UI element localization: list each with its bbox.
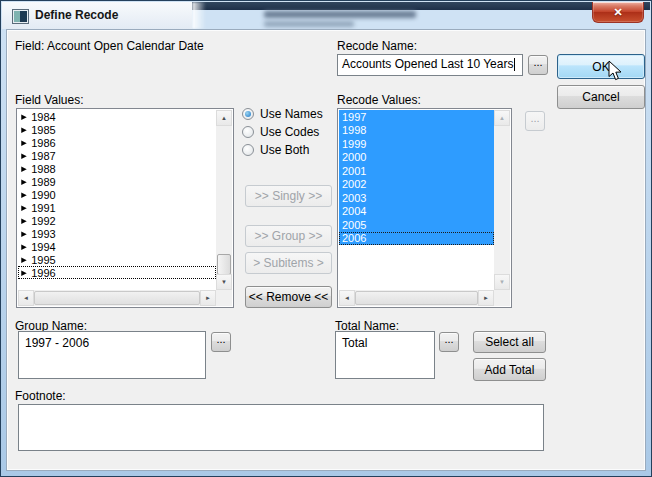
total-name-input[interactable]: Total	[335, 331, 435, 379]
total-name-value: Total	[342, 336, 367, 350]
recode-name-browse-button[interactable]: ...	[528, 55, 548, 75]
recode-name-input[interactable]: Accounts Opened Last 10 Years	[337, 54, 523, 76]
list-item[interactable]: ▶1991	[18, 201, 216, 214]
scroll-left-icon[interactable]: ◄	[18, 290, 34, 306]
radio-use-codes[interactable]: Use Codes	[242, 125, 319, 139]
background-blurred-text	[264, 11, 416, 18]
recode-values-label: Recode Values:	[337, 93, 421, 107]
list-item-label: 2002	[342, 178, 366, 190]
list-item[interactable]: ▶1995	[18, 253, 216, 266]
list-item-label: 1990	[31, 189, 55, 201]
field-values-label: Field Values:	[15, 93, 83, 107]
remove-button[interactable]: << Remove <<	[245, 286, 332, 308]
title-bar[interactable]: Define Recode ✕	[2, 2, 650, 29]
list-item-label: 1986	[31, 137, 55, 149]
list-item[interactable]: 1998	[339, 124, 494, 138]
recode-values-browse-button[interactable]: ...	[525, 111, 545, 131]
list-item-label: 2004	[342, 205, 366, 217]
list-item[interactable]: ▶1994	[18, 240, 216, 253]
list-item[interactable]: ▶1984	[18, 110, 216, 123]
radio-label: Use Both	[260, 143, 309, 157]
group-button[interactable]: >> Group >>	[245, 225, 332, 247]
list-item-label: 1994	[31, 241, 55, 253]
group-name-value: 1997 - 2006	[25, 336, 89, 350]
radio-use-names[interactable]: Use Names	[242, 107, 323, 121]
scroll-right-icon[interactable]: ►	[200, 290, 216, 306]
radio-label: Use Names	[260, 107, 323, 121]
cancel-button[interactable]: Cancel	[557, 85, 645, 109]
list-item[interactable]: 1999	[339, 137, 494, 151]
scrollbar-corner	[494, 290, 510, 306]
list-item[interactable]: ▶1993	[18, 227, 216, 240]
list-item-label: 1998	[342, 124, 366, 136]
add-total-button[interactable]: Add Total	[473, 358, 546, 381]
recode-values-list[interactable]: 1997199819992000200120022003200420052006…	[337, 108, 512, 308]
scrollbar-thumb[interactable]	[217, 254, 231, 275]
radio-button-icon[interactable]	[242, 126, 254, 138]
text-caret	[514, 58, 515, 71]
scroll-up-icon[interactable]: ▲	[494, 110, 510, 126]
footnote-label: Footnote:	[15, 389, 66, 403]
list-item-label: 2001	[342, 165, 366, 177]
scroll-down-icon[interactable]: ▼	[494, 274, 510, 290]
item-arrow-icon: ▶	[21, 191, 27, 198]
field-values-hscrollbar[interactable]: ◄ ►	[18, 290, 216, 306]
list-item-label: 1992	[31, 215, 55, 227]
list-item[interactable]: 2001	[339, 164, 494, 178]
group-name-browse-button[interactable]: ...	[211, 332, 231, 352]
item-arrow-icon: ▶	[21, 152, 27, 159]
background-window-body	[192, 10, 650, 29]
background-window	[192, 2, 650, 29]
item-arrow-icon: ▶	[21, 204, 27, 211]
field-values-list[interactable]: ▶1984▶1985▶1986▶1987▶1988▶1989▶1990▶1991…	[16, 108, 234, 308]
list-item-label: 1984	[31, 111, 55, 123]
footnote-input[interactable]	[18, 404, 544, 451]
list-item[interactable]: ▶1996	[18, 266, 216, 279]
list-item-label: 1985	[31, 124, 55, 136]
field-values-vscrollbar[interactable]: ▲ ▼	[216, 110, 232, 290]
radio-button-icon[interactable]	[242, 108, 254, 120]
scroll-right-icon[interactable]: ►	[478, 290, 494, 306]
background-window-titlebar	[192, 2, 650, 10]
item-arrow-icon: ▶	[21, 256, 27, 263]
list-item[interactable]: ▶1987	[18, 149, 216, 162]
list-item[interactable]: 1997	[339, 110, 494, 124]
recode-name-value: Accounts Opened Last 10 Years	[342, 57, 513, 71]
scrollbar-thumb[interactable]	[355, 291, 478, 305]
list-item[interactable]: ▶1989	[18, 175, 216, 188]
list-item[interactable]: ▶1992	[18, 214, 216, 227]
total-name-browse-button[interactable]: ...	[439, 332, 459, 352]
recode-values-vscrollbar[interactable]: ▲ ▼	[494, 110, 510, 290]
list-item[interactable]: 2004	[339, 205, 494, 219]
list-item[interactable]: ▶1986	[18, 136, 216, 149]
subitems-button[interactable]: > Subitems >	[245, 252, 332, 274]
field-values-items: ▶1984▶1985▶1986▶1987▶1988▶1989▶1990▶1991…	[18, 110, 216, 290]
list-item[interactable]: ▶1985	[18, 123, 216, 136]
list-item-label: 1995	[31, 254, 55, 266]
scroll-down-icon[interactable]: ▼	[216, 274, 232, 290]
scroll-left-icon[interactable]: ◄	[339, 290, 355, 306]
singly-button[interactable]: >> Singly >>	[245, 185, 332, 207]
radio-button-icon[interactable]	[242, 144, 254, 156]
list-item[interactable]: 2000	[339, 151, 494, 165]
group-name-input[interactable]: 1997 - 2006	[18, 331, 206, 379]
list-item[interactable]: 2006	[339, 232, 494, 246]
list-item[interactable]: 2003	[339, 191, 494, 205]
item-arrow-icon: ▶	[21, 230, 27, 237]
background-window-edge	[192, 2, 206, 29]
list-item[interactable]: ▶1990	[18, 188, 216, 201]
radio-use-both[interactable]: Use Both	[242, 143, 309, 157]
list-item-label: 1999	[342, 138, 366, 150]
scroll-up-icon[interactable]: ▲	[216, 110, 232, 126]
close-button[interactable]: ✕	[592, 2, 644, 23]
select-all-button[interactable]: Select all	[473, 331, 546, 353]
scrollbar-thumb[interactable]	[34, 291, 200, 305]
ok-button[interactable]: OK	[557, 54, 645, 79]
list-item[interactable]: 2005	[339, 218, 494, 232]
list-item[interactable]: ▶1988	[18, 162, 216, 175]
define-recode-dialog: Define Recode ✕ Field: Account Open Cale…	[0, 0, 652, 477]
recode-name-label: Recode Name:	[337, 39, 417, 53]
list-item[interactable]: 2002	[339, 178, 494, 192]
background-blurred-text	[264, 21, 354, 27]
recode-values-hscrollbar[interactable]: ◄ ►	[339, 290, 494, 306]
